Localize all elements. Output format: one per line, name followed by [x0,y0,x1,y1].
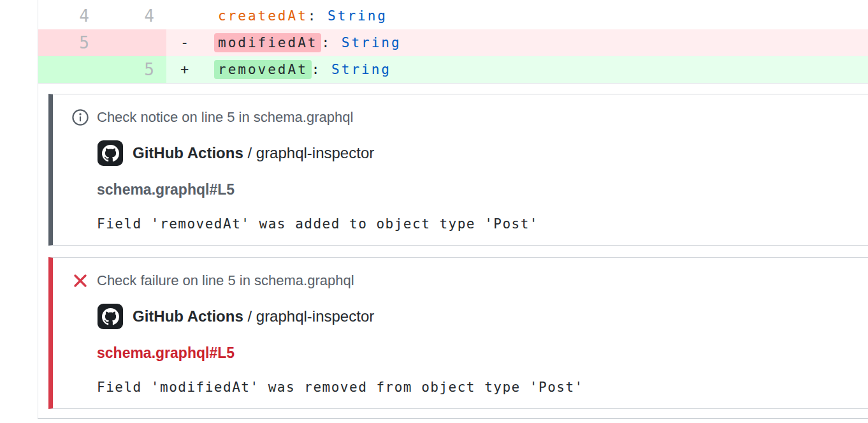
addition-marker: + [174,56,218,83]
old-line-number[interactable]: 5 [38,29,102,56]
container-bottom-border [38,418,868,419]
check-app-name: GitHub Actions [133,144,243,161]
check-run-name: graphql-inspector [256,144,374,161]
check-app-title: GitHub Actions / graphql-inspector [98,140,374,166]
title-separator: / [247,144,252,161]
diff-row-context: 4 4 createdAt: String [38,3,868,29]
github-logo-icon [98,140,123,166]
graphql-type: String [328,8,387,24]
diff-annotations-view: 4 4 createdAt: String 5 - modifiedAt: St… [0,0,868,423]
separator: : [308,8,328,24]
new-line-number[interactable] [102,29,166,56]
separator: : [312,62,331,77]
check-app-title: GitHub Actions / graphql-inspector [98,304,374,329]
diff-table: 4 4 createdAt: String 5 - modifiedAt: St… [38,3,868,84]
graphql-type: String [331,62,391,77]
annotation-header-text: Check failure on line 5 in schema.graphq… [97,272,354,289]
graphql-type: String [342,35,401,50]
added-word-highlight: removedAt [214,60,312,79]
title-separator: / [247,308,252,325]
deletion-marker: - [174,29,218,56]
diff-row-addition: 5 + removedAt: String [38,56,868,83]
github-logo-icon [98,304,123,329]
check-app-name: GitHub Actions [133,308,243,325]
diff-row-deletion: 5 - modifiedAt: String [38,29,868,56]
annotation-header: Check failure on line 5 in schema.graphq… [72,272,354,289]
new-line-number[interactable]: 5 [102,56,166,83]
annotation-file-link: schema.graphql#L5 [97,345,235,362]
info-icon [72,109,89,126]
annotation-message: Field 'removedAt' was added to object ty… [97,216,539,232]
old-line-number[interactable] [38,56,102,83]
x-icon [72,272,89,289]
check-failure-annotation: Check failure on line 5 in schema.graphq… [48,257,868,409]
annotation-file-link: schema.graphql#L5 [97,181,235,198]
separator: : [321,35,341,50]
check-notice-annotation: Check notice on line 5 in schema.graphql… [48,94,868,246]
diff-marker [174,3,218,29]
annotation-header-text: Check notice on line 5 in schema.graphql [97,109,353,126]
code-line: createdAt: String [166,3,868,29]
code-line: + removedAt: String [166,56,868,83]
graphql-field-name: createdAt [218,8,308,24]
new-line-number[interactable]: 4 [102,3,166,29]
code-line: - modifiedAt: String [166,29,868,56]
deleted-word-highlight: modifiedAt [214,33,321,52]
annotation-header: Check notice on line 5 in schema.graphql [72,109,353,126]
annotation-message: Field 'modifiedAt' was removed from obje… [97,380,584,395]
old-line-number[interactable]: 4 [38,3,102,29]
check-run-name: graphql-inspector [256,308,374,325]
